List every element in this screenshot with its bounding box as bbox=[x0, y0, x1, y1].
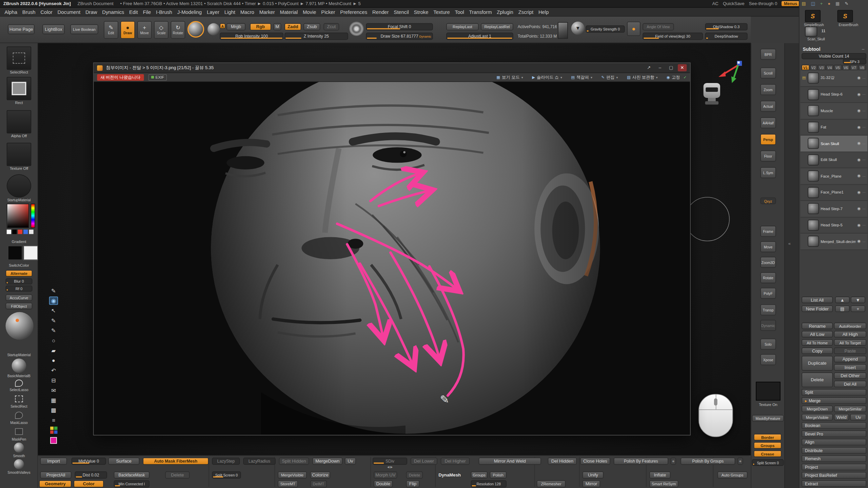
polish-features-toggle-dot[interactable]: ● bbox=[671, 458, 676, 465]
menu-item[interactable]: Material bbox=[280, 9, 298, 15]
folder-add-button[interactable]: + bbox=[851, 305, 865, 312]
flip-button[interactable]: Flip bbox=[406, 480, 419, 487]
menu-item[interactable]: Color bbox=[40, 9, 52, 15]
paste-button[interactable]: Paste bbox=[834, 347, 866, 354]
mask-pen-icon[interactable] bbox=[15, 428, 23, 435]
uv-button[interactable]: Uv bbox=[850, 414, 866, 421]
replay-last-rel-button[interactable]: ReplayLastRel bbox=[481, 23, 513, 30]
transp-button[interactable]: Transp bbox=[760, 304, 776, 316]
merge-section-header[interactable]: ▸ Merge bbox=[802, 397, 866, 404]
viewer-menu-item[interactable]: ▤ 책갈피 ▾ bbox=[571, 75, 594, 80]
menu-item[interactable]: Light bbox=[224, 9, 235, 15]
menu-item[interactable]: Preferences bbox=[340, 9, 367, 15]
undo-icon[interactable]: ↶ bbox=[49, 366, 58, 374]
obj-shadow-slider[interactable]: ObjShadow 0.3 bbox=[705, 23, 748, 30]
rotate-3d-button[interactable]: Rotate bbox=[760, 272, 776, 283]
z-intensity-slider[interactable]: Z Intensity 25 bbox=[284, 33, 348, 40]
all-to-target-button[interactable]: All To Target bbox=[834, 339, 866, 346]
split-section-header[interactable]: Split bbox=[802, 389, 866, 396]
menu-item[interactable]: Stencil bbox=[394, 9, 409, 15]
target-icon[interactable]: ● bbox=[828, 1, 830, 6]
bevel-pro-section-header[interactable]: Bevel Pro bbox=[802, 430, 866, 437]
live-boolean-button[interactable]: Live Boolean bbox=[70, 24, 98, 34]
subtool-options-icon[interactable]: ⋯ bbox=[863, 109, 866, 113]
adjust-last-slider[interactable]: AdjustLast 1 bbox=[446, 33, 513, 40]
visibility-eye-icon[interactable]: ◉ bbox=[857, 174, 861, 178]
sdiv-slider[interactable]: SDiv bbox=[373, 458, 407, 465]
move-3d-button[interactable]: Move bbox=[760, 241, 776, 252]
menu-item[interactable]: Movie bbox=[303, 9, 316, 15]
viewer-title-bar[interactable]: 첨부이미지 - 전달 > 5 이미지-3.png [21/52] - 꿀뷰 5.… bbox=[94, 63, 690, 73]
subtool-name[interactable]: Face_Plane1 bbox=[821, 190, 855, 194]
menu-item[interactable]: Edit bbox=[129, 9, 138, 15]
menu-item[interactable]: Marker bbox=[259, 9, 275, 15]
subtool-options-icon[interactable]: ⋯ bbox=[863, 142, 866, 145]
subtool-thumbnail[interactable] bbox=[808, 154, 819, 165]
viewer-image-area[interactable]: ✎ bbox=[94, 82, 689, 434]
polish-groups-toggle-dot[interactable]: ● bbox=[737, 458, 743, 465]
subtool-item[interactable]: Face_Plane ◉ ⋯ bbox=[801, 168, 867, 184]
subtool-item[interactable]: Merged_Skull-decimation2_5 ◉ ⋯ bbox=[801, 233, 867, 250]
menu-item[interactable]: Macro bbox=[240, 9, 254, 15]
subtool-options-icon[interactable]: ⋯ bbox=[863, 240, 866, 243]
hue-bar[interactable] bbox=[31, 204, 35, 228]
mirror-and-weld-button[interactable]: Mirror And Weld bbox=[479, 458, 541, 465]
a-badge[interactable]: A bbox=[220, 23, 225, 29]
stroke-thumbnail[interactable] bbox=[7, 46, 31, 70]
del-hidden-button[interactable]: Del Hidden bbox=[548, 458, 577, 465]
bpr-button[interactable]: BPR bbox=[760, 49, 776, 60]
split-screen-slider[interactable]: Split Screen 0 bbox=[752, 459, 784, 466]
image-viewer-window[interactable]: 첨부이미지 - 전달 > 5 이미지-3.png [21/52] - 꿀뷰 5.… bbox=[93, 62, 691, 435]
head-gizmo-icon[interactable] bbox=[702, 83, 722, 106]
delete-button[interactable]: Delete bbox=[165, 471, 190, 479]
distribute-section-header[interactable]: Distribute bbox=[802, 447, 866, 454]
visibility-eye-icon[interactable]: ◉ bbox=[857, 158, 861, 162]
focal-shift-icon[interactable] bbox=[349, 22, 364, 36]
maximize-button[interactable]: ▢ bbox=[667, 64, 675, 71]
all-low-button[interactable]: All Low bbox=[802, 331, 833, 338]
menu-item[interactable]: Help bbox=[538, 9, 549, 15]
del-mt-button[interactable]: DelMT bbox=[310, 480, 327, 487]
subtool-name[interactable]: Face_Plane bbox=[821, 174, 855, 178]
colorize-button[interactable]: Colorize bbox=[310, 471, 330, 479]
groups-toggle[interactable]: Groups bbox=[471, 471, 488, 479]
sdiv-stepper[interactable]: ◀ ▶ bbox=[373, 465, 407, 469]
version-tab[interactable]: V5 bbox=[834, 65, 842, 70]
dist-slider[interactable]: Dist 0.02 bbox=[75, 471, 107, 479]
dot-brush-icon[interactable]: ● bbox=[49, 356, 58, 364]
secondary-color-swatch[interactable] bbox=[23, 246, 38, 260]
update-notice-button[interactable]: 새 버전이 나왔습니다 bbox=[97, 74, 144, 81]
merge-down-button[interactable]: MergeDown bbox=[802, 406, 833, 412]
zremesher-button[interactable]: ZRemesher bbox=[537, 480, 566, 487]
menu-item[interactable]: Layer bbox=[207, 9, 219, 15]
dynamic-persp-button[interactable]: Dynamic bbox=[760, 320, 776, 331]
local-sym-button[interactable]: L.Sym bbox=[760, 167, 776, 178]
morph-uv-button[interactable]: Morph UV bbox=[374, 471, 397, 479]
store-mt-button[interactable]: StoreMT bbox=[278, 480, 298, 487]
aahalf-button[interactable]: AAHalf bbox=[760, 117, 776, 128]
material-sphere-large[interactable] bbox=[5, 312, 33, 340]
field-of-view-slider[interactable]: Field of view(deg) 30 bbox=[643, 33, 703, 40]
scale-mode-button[interactable]: ◇ Scale bbox=[154, 21, 169, 39]
camera-icon[interactable]: ● bbox=[627, 22, 640, 36]
eraser-icon[interactable]: ▰ bbox=[49, 346, 58, 354]
m-toggle[interactable]: M bbox=[273, 23, 281, 30]
eraser-brush-thumbnail[interactable]: S bbox=[837, 10, 853, 22]
solo-button[interactable]: Solo bbox=[760, 339, 776, 350]
backface-mask-button[interactable]: BackfaceMask bbox=[114, 471, 150, 479]
subtool-options-icon[interactable]: ⋯ bbox=[863, 93, 866, 96]
version-tab[interactable]: V6 bbox=[842, 65, 849, 70]
uv-button[interactable]: Uv bbox=[345, 458, 356, 465]
folder-icon[interactable]: ▤ bbox=[802, 1, 806, 6]
blur-slider[interactable]: Blur 0 bbox=[5, 278, 32, 284]
subtool-name[interactable]: Head Step-5 bbox=[821, 223, 855, 227]
viewer-menu-item[interactable]: ✎ 편집 ▾ bbox=[601, 75, 619, 80]
rf-slider[interactable]: Rf 0 bbox=[5, 285, 32, 291]
scroll-button[interactable]: Scroll bbox=[760, 67, 776, 79]
angle-of-view-button[interactable]: Angle Of View bbox=[643, 23, 674, 30]
viewer-menu-item[interactable]: ▧ 사진 보관함 ▾ bbox=[627, 75, 659, 80]
menu-item[interactable]: Document bbox=[58, 9, 81, 15]
project-section-header[interactable]: Project bbox=[802, 464, 866, 470]
menu-item[interactable]: Zplugin bbox=[497, 9, 513, 15]
polish-by-groups-button[interactable]: Polish By Groups bbox=[680, 458, 735, 465]
